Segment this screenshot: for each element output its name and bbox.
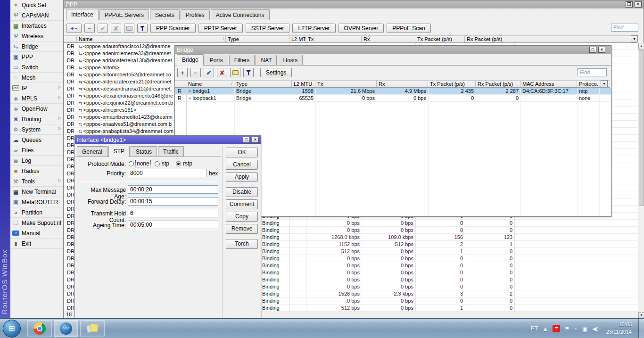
sidebar-item-openflow[interactable]: ◈OpenFlow — [10, 104, 63, 114]
bridge-row-bridge1[interactable]: R≍bridge1Bridge159821.6 Mbps4.9 Mbps2 43… — [175, 88, 611, 95]
column-header-l2mtu[interactable]: L2 MTU — [289, 36, 306, 42]
ppp-tab-interface[interactable]: Interface — [66, 9, 99, 20]
bridge-filter-button[interactable] — [243, 68, 254, 77]
add-button[interactable]: +▼ — [66, 24, 82, 33]
remove-button[interactable]: Remove — [226, 224, 258, 234]
copy-button[interactable]: Copy — [226, 212, 258, 222]
dialog-tab-status[interactable]: Status — [131, 146, 157, 157]
protocol-none-radio[interactable]: none — [129, 160, 150, 167]
sstp-server-button[interactable]: SSTP Server — [246, 24, 290, 33]
comment-button[interactable] — [124, 24, 134, 33]
sidebar-item-switch[interactable]: ▭Switch — [10, 62, 63, 73]
ppp-tab-active-connections[interactable]: Active Connections — [211, 9, 270, 20]
bridge-enable-button[interactable]: ✔ — [204, 68, 214, 77]
radio-rstp-circle[interactable] — [176, 161, 181, 166]
network-icon[interactable]: ▣ — [582, 325, 587, 332]
column-header-mac[interactable]: MAC Address — [520, 81, 577, 87]
column-header-txp[interactable]: Tx Packet (p/s) — [428, 81, 476, 87]
radio-stp-circle[interactable] — [155, 161, 160, 166]
bridge-tab-nat[interactable]: NAT — [256, 55, 277, 65]
protocol-rstp-radio[interactable]: rstp — [176, 160, 192, 167]
ppp-tab-secrets[interactable]: Secrets — [150, 9, 180, 20]
sidebar-item-radius[interactable]: ☻Radius — [10, 166, 63, 176]
disable-button[interactable]: ✘ — [111, 24, 121, 33]
ppp-scrollbar-thumb[interactable] — [639, 50, 644, 206]
start-button[interactable]: ⊞ — [3, 320, 21, 338]
sidebar-item-partition[interactable]: ◕Partition — [10, 207, 63, 218]
column-header-name[interactable]: Name/ — [186, 81, 234, 87]
ppp-close-icon[interactable]: × — [635, 1, 642, 8]
bridge-tab-hosts[interactable]: Hosts — [278, 55, 303, 65]
max-message-age-input[interactable] — [128, 185, 218, 194]
dialog-close-icon[interactable]: × — [252, 137, 259, 143]
scroll-up-icon[interactable]: ▲ — [638, 43, 644, 49]
sidebar-item-tools[interactable]: ⚒Tools▷ — [10, 176, 63, 187]
dialog-maximize-icon[interactable]: □ — [243, 137, 250, 143]
ppp-scanner-button[interactable]: PPP Scanner — [150, 24, 196, 33]
disable-button[interactable]: Disable — [226, 187, 258, 197]
bridge-tab-bridge[interactable]: Bridge — [177, 54, 204, 66]
ppp-window-titlebar[interactable]: PPP ❒ × — [64, 0, 644, 8]
column-header-rx[interactable]: Rx — [362, 36, 415, 42]
bridge-comment-button[interactable] — [230, 68, 240, 77]
sidebar-item-quick-set[interactable]: ✶Quick Set — [10, 0, 63, 10]
forward-delay-input[interactable] — [128, 197, 218, 206]
sidebar-item-exit[interactable]: ▮Exit — [10, 239, 63, 249]
sidebar-item-ip[interactable]: 255IP▷ — [10, 83, 63, 93]
bridge-row-loopback1[interactable]: R≍loopback1Bridge655350 bps0 bps00none — [175, 95, 611, 102]
ppp-vertical-scrollbar[interactable]: ▲ ▼ — [638, 43, 644, 319]
column-header-rxp[interactable]: Rx Packet (p/s) — [465, 36, 514, 42]
sidebar-item-make-supout-rif[interactable]: ❏Make Supout.rif — [10, 218, 63, 228]
speaker-icon[interactable]: ◀) — [592, 325, 599, 332]
pptp-server-button[interactable]: PPTP Server — [198, 24, 243, 33]
ppp-tab-profiles[interactable]: Profiles — [181, 9, 210, 20]
column-header-txp[interactable]: Tx Packet (p/s) — [415, 36, 465, 42]
column-header-tx[interactable]: Tx — [315, 81, 377, 87]
apply-button[interactable]: Apply — [226, 172, 258, 182]
taskbar-clock[interactable]: 15:03 23/11/2014 — [606, 321, 632, 336]
remove-button[interactable]: − — [84, 24, 95, 33]
show-desktop-button[interactable] — [638, 319, 644, 338]
column-header-type[interactable]: Type — [234, 81, 292, 87]
ok-button[interactable]: OK — [226, 148, 258, 157]
sidebar-item-queues[interactable]: ☁Queues — [10, 135, 63, 145]
ppp-column-selector-button[interactable]: ▼ — [631, 35, 638, 42]
taskbar-app-winbox[interactable]: 〰 — [54, 320, 78, 337]
pppoe-scan-button[interactable]: PPPoE Scan — [387, 24, 430, 33]
dialog-titlebar[interactable]: Interface <bridge1> □ × — [75, 136, 261, 144]
sidebar-item-interfaces[interactable]: ▦Interfaces — [10, 21, 63, 31]
sidebar-item-metarouter[interactable]: ▣MetaROUTER — [10, 197, 63, 207]
taskbar-app-chrome[interactable] — [27, 320, 52, 337]
sidebar-item-ppp[interactable]: ▣PPP — [10, 52, 63, 62]
cancel-button[interactable]: Cancel — [226, 160, 258, 170]
bridge-close-icon[interactable]: × — [598, 47, 605, 53]
ageing-time-input[interactable] — [128, 221, 218, 229]
column-header-flag[interactable] — [65, 36, 77, 42]
sidebar-item-wireless[interactable]: ΨWireless — [10, 31, 63, 41]
dialog-tab-stp[interactable]: STP — [108, 146, 130, 157]
action-center-flag-icon[interactable]: ⚑ — [564, 325, 570, 332]
bridge-find-input[interactable]: Find — [578, 68, 607, 76]
ppp-restore-icon[interactable]: ❒ — [626, 1, 633, 8]
column-header-rx[interactable]: Rx — [377, 81, 428, 87]
sidebar-item-new-terminal[interactable]: ▦New Terminal — [10, 187, 63, 197]
sidebar-item-routing[interactable]: ✖Routing▷ — [10, 114, 63, 124]
bridge-window-titlebar[interactable]: Bridge □ × — [175, 46, 611, 54]
column-header-l2mtu[interactable]: L2 MTU — [292, 81, 315, 87]
sidebar-item-mesh[interactable]: ∴Mesh — [10, 73, 63, 83]
column-header-type[interactable]: Type — [226, 36, 289, 42]
sidebar-item-system[interactable]: ⚙System▷ — [10, 124, 63, 135]
protocol-stp-radio[interactable]: stp — [155, 160, 169, 167]
bridge-maximize-icon[interactable]: □ — [589, 47, 596, 53]
settings-button[interactable]: Settings — [260, 68, 292, 77]
bridge-disable-button[interactable]: ✘ — [217, 68, 227, 77]
comment-button[interactable]: Comment — [226, 199, 258, 209]
dialog-tab-general[interactable]: General — [77, 146, 107, 157]
sidebar-item-log[interactable]: ≣Log — [10, 156, 63, 166]
ppp-find-input[interactable]: Find — [611, 24, 638, 32]
l2tp-server-button[interactable]: L2TP Server — [292, 24, 335, 33]
column-header-rxp[interactable]: Rx Packet (p/s) — [476, 81, 520, 87]
taskbar-app-sticky-notes[interactable] — [80, 320, 105, 337]
enable-button[interactable]: ✔ — [98, 24, 108, 33]
ovpn-server-button[interactable]: OVPN Server — [339, 24, 384, 33]
